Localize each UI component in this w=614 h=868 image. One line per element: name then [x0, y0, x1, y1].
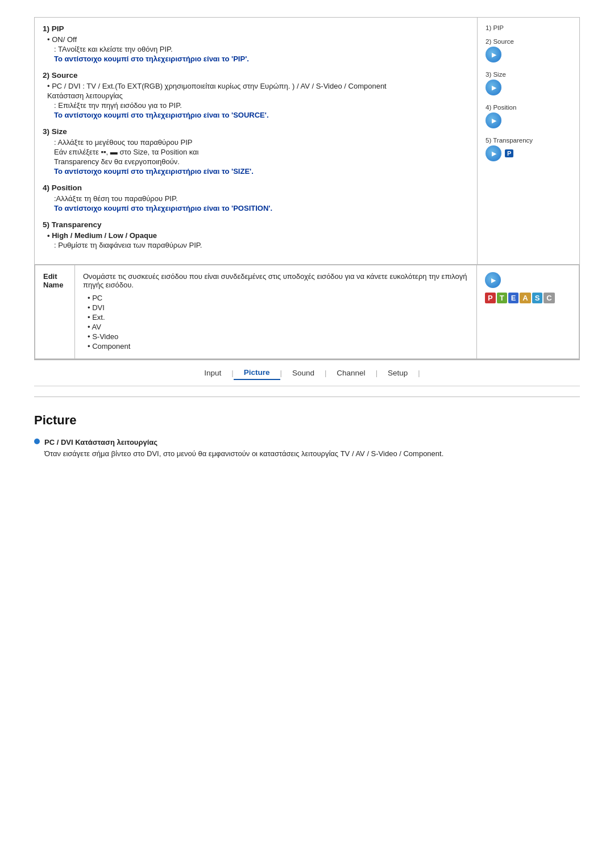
edit-name-label-cell: EditName: [35, 265, 75, 359]
edit-name-ext: • Ext.: [88, 313, 468, 322]
pteasc-s: S: [532, 293, 543, 303]
pip-title: 1) PIP: [43, 24, 469, 33]
pip-section-5: 5) Transparency • High / Medium / Low / …: [43, 220, 469, 249]
edit-name-text1: Ονομάστε τις συσκευές εισόδου που είναι …: [83, 272, 468, 289]
picture-bullet-item: PC / DVI Κατάσταση λειτουργίας Όταν εισά…: [34, 437, 580, 459]
right-item-2: 2) Source: [486, 38, 571, 64]
bottom-divider: [34, 397, 580, 397]
right-label-2: 2) Source: [486, 38, 571, 45]
main-content-table: 1) PIP • ON/ Off : TAνοίξτε και κλείστε …: [34, 17, 580, 360]
picture-bullet-description: Όταν εισάγετε σήμα βίντεο στο DVI, στο μ…: [44, 449, 443, 458]
pteasc-e: E: [508, 293, 519, 303]
size-indent3: Transparency δεν θα ενεργοποιηθούν.: [54, 157, 469, 166]
edit-name-arrow-btn[interactable]: [485, 272, 501, 288]
position-indent1: :Αλλάξτε τη θέση του παραθύρου PIP.: [54, 194, 469, 203]
nav-input[interactable]: Input: [194, 366, 231, 379]
edit-name-row: EditName Ονομάστε τις συσκευές εισόδου π…: [35, 265, 580, 360]
pip-section-4: 4) Position :Αλλάξτε τη θέση του παραθύρ…: [43, 183, 469, 212]
pteasc-a: A: [520, 293, 530, 303]
pteasc-t: T: [497, 293, 507, 303]
pip-section-3: 3) Size : Αλλάξτε το μεγέθους του παραθύ…: [43, 127, 469, 176]
pip-content-cell: 1) PIP • ON/ Off : TAνοίξτε και κλείστε …: [35, 18, 478, 265]
right-label-4: 4) Position: [486, 104, 571, 111]
position-arrow-btn[interactable]: [486, 112, 501, 128]
pteasc-container: P T E A S C: [485, 293, 571, 303]
edit-name-component: • Component: [88, 342, 468, 350]
source-item2: Κατάσταση λειτουργίας: [47, 91, 469, 100]
pteasc-c: C: [544, 293, 554, 303]
right-item-4: 4) Position: [486, 104, 571, 130]
transparency-item1: • High / Medium / Low / Opaque: [47, 231, 469, 240]
pteasc-p: P: [485, 293, 496, 303]
position-title: 4) Position: [43, 183, 469, 192]
edit-name-svideo: • S-Video: [88, 332, 468, 341]
edit-name-label: EditName: [43, 272, 63, 289]
edit-name-right-cell: P T E A S C: [477, 265, 579, 359]
source-bold1: Το αντίστοιχο κουμπί στο τηλεχειριστήριο…: [54, 111, 469, 119]
right-item-3: 3) Size: [486, 71, 571, 97]
size-title: 3) Size: [43, 127, 469, 136]
right-item-1: 1) PIP: [486, 24, 571, 31]
nav-picture[interactable]: Picture: [234, 366, 280, 380]
edit-name-items: • PC • DVI • Ext. • AV • S-Video • Compo…: [83, 294, 468, 350]
transparency-title: 5) Transparency: [43, 220, 469, 229]
transparency-arrow-btn[interactable]: [486, 145, 501, 161]
pip-indent1: : TAνοίξτε και κλείστε την οθόνη PIP.: [54, 45, 469, 53]
right-label-5: 5) Transparency: [486, 137, 571, 144]
size-arrow-btn[interactable]: [486, 80, 501, 95]
picture-title: Picture: [34, 413, 580, 428]
size-indent1: : Αλλάξτε το μεγέθους του παραθύρου PIP: [54, 138, 469, 147]
position-bold1: Το αντίστοιχο κουμπί στο τηλεχειριστήριο…: [54, 204, 469, 212]
right-label-3: 3) Size: [486, 71, 571, 78]
source-indent1: : Επιλέξτε την πηγή εισόδου για το PIP.: [54, 101, 469, 110]
picture-subtitle-bold: PC / DVI Κατάσταση λειτουργίας: [44, 438, 157, 446]
source-title: 2) Source: [43, 71, 469, 80]
right-label-1: 1) PIP: [486, 24, 571, 31]
transparency-indent1: : Ρυθμίστε τη διαφάνεια των παραθύρων PI…: [54, 241, 469, 249]
p-badge: P: [505, 149, 513, 157]
edit-name-content: Ονομάστε τις συσκευές εισόδου που είναι …: [75, 265, 477, 359]
edit-name-inner: EditName Ονομάστε τις συσκευές εισόδου π…: [35, 265, 579, 359]
nav-sep-5: |: [418, 369, 420, 377]
edit-name-av: • AV: [88, 323, 468, 331]
nav-sound[interactable]: Sound: [282, 366, 325, 379]
source-arrow-btn[interactable]: [486, 47, 501, 62]
edit-name-dvi: • DVI: [88, 303, 468, 312]
right-item-5: 5) Transparency P: [486, 137, 571, 161]
size-bold1: Το αντίστοιχο κουμπί στο τηλεχειριστήριο…: [54, 167, 469, 176]
nav-channel[interactable]: Channel: [326, 366, 375, 379]
source-item1: • PC / DVI : TV / Ext.(Το EXT(RGB) χρησι…: [47, 82, 469, 90]
size-indent2: Εάν επιλέξετε ▪▪, ▬ στο Size, τα Positio…: [54, 148, 469, 156]
nav-bar: Input | Picture | Sound | Channel | Setu…: [34, 360, 580, 386]
right-panel-cell: 1) PIP 2) Source 3) Size 4) Position 5) …: [478, 18, 580, 265]
pip-section-1: 1) PIP • ON/ Off : TAνοίξτε και κλείστε …: [43, 24, 469, 63]
picture-section: Picture PC / DVI Κατάσταση λειτουργίας Ό…: [34, 407, 580, 474]
picture-bullet-text: PC / DVI Κατάσταση λειτουργίας Όταν εισά…: [44, 437, 443, 459]
pip-bold1: Το αντίστοιχο κουμπί στο τηλεχειριστήριο…: [54, 55, 469, 63]
pip-on-off: • ON/ Off: [47, 35, 469, 44]
edit-name-pc: • PC: [88, 294, 468, 302]
bullet-dot: [34, 439, 40, 444]
nav-setup[interactable]: Setup: [377, 366, 418, 379]
pip-section-2: 2) Source • PC / DVI : TV / Ext.(Το EXT(…: [43, 71, 469, 119]
